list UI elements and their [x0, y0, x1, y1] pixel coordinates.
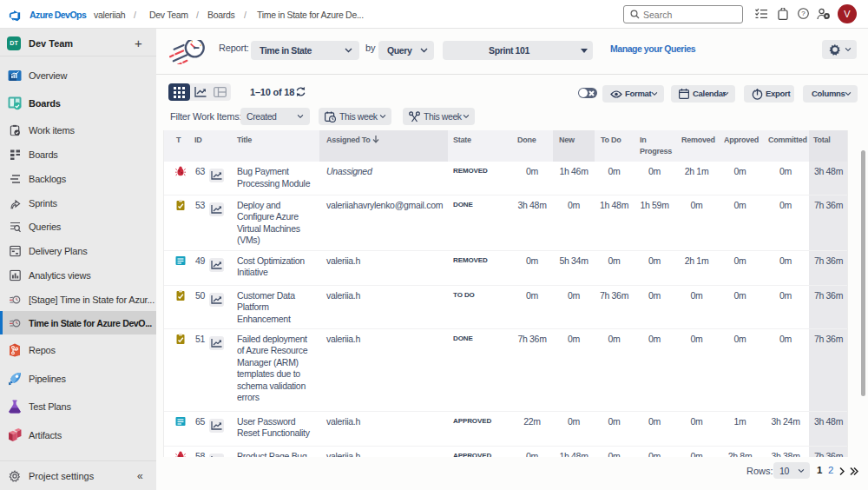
svg-text:?: ?: [801, 10, 806, 17]
